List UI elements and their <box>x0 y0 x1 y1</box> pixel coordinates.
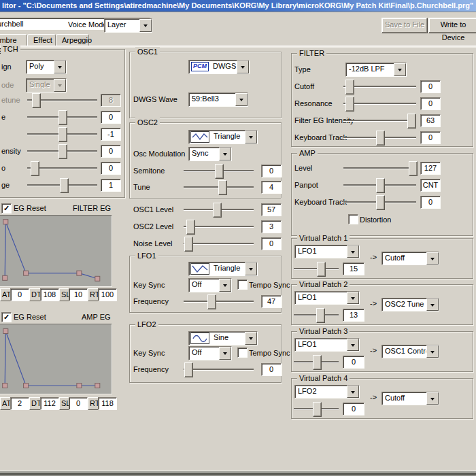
distortion-checkbox[interactable] <box>348 214 358 224</box>
tab-panel-edge <box>0 46 476 48</box>
amp-keyboard-track-value[interactable]: 0 <box>420 196 441 209</box>
intensity-value[interactable]: 0 <box>101 145 121 158</box>
dropdown-arrow-icon <box>394 63 406 76</box>
semitone-value[interactable]: 0 <box>261 165 282 177</box>
write-to-device-button[interactable]: Write to Device <box>428 18 476 33</box>
osc2-level-value[interactable]: 3 <box>261 220 282 233</box>
lfo2-wave-value: Sine <box>211 332 245 345</box>
lfo2-frequency-slider[interactable] <box>184 362 254 376</box>
osc2-tune-value[interactable]: 4 <box>261 181 282 194</box>
vp2-source-select[interactable]: LFO1 <box>294 291 360 305</box>
amp-eg-sl-value[interactable]: 0 <box>69 397 88 410</box>
osc1-level-slider[interactable] <box>184 203 254 216</box>
osc1-level-value[interactable]: 57 <box>261 203 282 216</box>
bend-range-slider[interactable] <box>27 178 97 192</box>
cutoff-label: Cutoff <box>294 82 314 91</box>
noise-level-value[interactable]: 0 <box>261 237 282 250</box>
osc2-wave-select[interactable]: Triangle <box>188 130 258 144</box>
amp-level-label: Level <box>294 164 312 173</box>
vp1-dest-select[interactable]: Cutoff <box>381 252 439 265</box>
lfo1-frequency-value[interactable]: 47 <box>261 295 282 308</box>
filter-eg-sl-value[interactable]: 10 <box>69 288 88 301</box>
amp-eg-reset-checkbox[interactable]: ✓ <box>1 312 12 322</box>
vp2-intensity-slider[interactable] <box>294 308 339 322</box>
vp4-intensity-slider[interactable] <box>294 402 339 415</box>
filter-eg-intensity-slider[interactable] <box>343 114 416 127</box>
cutoff-value[interactable]: 0 <box>420 80 441 93</box>
vp4-source-select[interactable]: LFO2 <box>294 385 360 398</box>
vp4-intensity-value[interactable]: 0 <box>343 403 364 415</box>
assign-value: Poly <box>27 61 54 73</box>
amp-eg-dt-value[interactable]: 112 <box>40 397 59 410</box>
dwgs-wave-select[interactable]: 59:Bell3 <box>188 92 248 107</box>
lfo2-frequency-value[interactable]: 0 <box>261 363 282 376</box>
vp3-source-select[interactable]: LFO1 <box>294 338 360 352</box>
panpot-slider[interactable] <box>343 178 416 192</box>
amp-eg-envelope <box>0 324 110 392</box>
lfo1-frequency-slider[interactable] <box>184 294 254 308</box>
vp4-dest-select[interactable]: Cutoff <box>381 392 439 405</box>
noise-level-slider[interactable] <box>184 237 254 250</box>
semitone-slider[interactable] <box>184 164 254 177</box>
lfo1-wave-select[interactable]: Triangle <box>188 262 258 276</box>
vp4-dest-value: Cutoff <box>382 392 426 405</box>
bend-range-value[interactable]: 1 <box>101 179 121 192</box>
filter-eg-at-value[interactable]: 0 <box>10 288 29 301</box>
pitch-row3-value[interactable]: -1 <box>101 128 121 141</box>
vp1-source-select[interactable]: LFO1 <box>294 245 360 258</box>
filter-eg-dt-value[interactable]: 108 <box>40 288 59 301</box>
dwgs-wave-value: 59:Bell3 <box>189 93 235 106</box>
osc2-level-slider[interactable] <box>184 220 254 233</box>
assign-select[interactable]: Poly <box>26 60 67 74</box>
osc1-wave-select[interactable]: PCM DWGS <box>188 60 250 74</box>
dropdown-arrow-icon <box>347 386 359 398</box>
pitch-row2-slider[interactable] <box>27 110 97 124</box>
lfo2-wave-select[interactable]: Sine <box>188 331 258 345</box>
lfo2-tempo-sync-checkbox[interactable] <box>237 347 248 358</box>
osc2-tune-slider[interactable] <box>184 180 254 194</box>
amp-level-value[interactable]: 127 <box>420 162 441 175</box>
filter-eg-reset-checkbox[interactable]: ✓ <box>1 203 12 214</box>
tab-arpeggio[interactable]: Arpeggio <box>56 34 89 46</box>
vp3-intensity-value[interactable]: 0 <box>343 356 364 369</box>
lfo1-key-sync-label: Key Sync <box>133 281 165 290</box>
pitch-row3-slider[interactable] <box>27 127 97 141</box>
resonance-value[interactable]: 0 <box>420 97 441 110</box>
intensity-slider[interactable] <box>27 144 97 158</box>
vp1-intensity-slider[interactable] <box>294 262 339 275</box>
cutoff-slider[interactable] <box>343 80 416 93</box>
filter-keyboard-track-value[interactable]: 0 <box>420 131 441 144</box>
tab-effect[interactable]: Effect <box>27 34 56 46</box>
detune-slider[interactable] <box>27 93 97 107</box>
vp3-source-value: LFO1 <box>295 339 347 351</box>
vp3-intensity-slider[interactable] <box>294 355 339 369</box>
filter-eg-intensity-value[interactable]: 63 <box>420 114 441 127</box>
amp-group-legend: AMP <box>297 148 318 158</box>
lfo1-tempo-sync-checkbox[interactable] <box>237 279 248 290</box>
panpot-value[interactable]: CNT <box>420 179 441 192</box>
filter-keyboard-track-slider[interactable] <box>343 131 416 144</box>
pcm-badge-icon: PCM <box>191 62 209 71</box>
vp2-dest-select[interactable]: OSC2 Tune <box>381 298 439 311</box>
vp2-intensity-value[interactable]: 13 <box>343 309 364 322</box>
amp-level-slider[interactable] <box>343 161 416 175</box>
pitch-row2-value[interactable]: 0 <box>101 111 121 124</box>
lfo1-key-sync-select[interactable]: Off <box>188 278 232 292</box>
filter-type-select[interactable]: -12dB LPF <box>345 63 407 77</box>
filter-eg-rt-value[interactable]: 100 <box>98 288 117 301</box>
lfo2-key-sync-select[interactable]: Off <box>188 346 232 360</box>
amp-eg-graph[interactable] <box>0 324 112 394</box>
amp-eg-rt-value[interactable]: 118 <box>98 397 117 410</box>
vp1-intensity-value[interactable]: 15 <box>343 262 364 275</box>
lfo1-key-sync-value: Off <box>189 279 219 292</box>
portamento-value[interactable]: 0 <box>101 162 121 175</box>
amp-eg-at-value[interactable]: 2 <box>10 397 29 410</box>
amp-keyboard-track-slider[interactable] <box>343 195 416 209</box>
save-to-file-button[interactable]: Save to File <box>381 18 428 33</box>
vp3-dest-select[interactable]: OSC1 Control 1 <box>381 345 439 358</box>
voice-mode-select[interactable]: Layer <box>104 18 152 33</box>
portamento-slider[interactable] <box>27 161 97 175</box>
filter-eg-graph[interactable] <box>0 215 112 287</box>
osc-modulation-select[interactable]: Sync <box>188 147 232 161</box>
resonance-slider[interactable] <box>343 97 416 110</box>
